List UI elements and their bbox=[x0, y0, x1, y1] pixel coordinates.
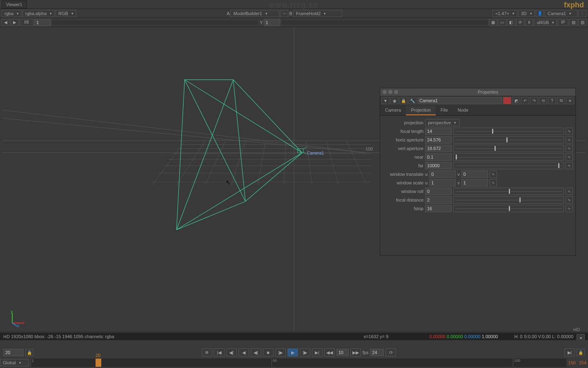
tab-projection[interactable]: Projection bbox=[406, 105, 436, 115]
step-fwd-icon[interactable]: |▶ bbox=[275, 348, 286, 357]
eye-icon[interactable]: ◉ bbox=[390, 97, 399, 104]
loop-icon[interactable]: ⟳ bbox=[385, 348, 396, 357]
dope-bar[interactable] bbox=[0, 340, 588, 348]
wrench-icon[interactable]: 🔧 bbox=[408, 97, 416, 104]
anim-curve-icon[interactable]: ∿ bbox=[566, 196, 573, 204]
anim-curve-icon[interactable]: ∿ bbox=[566, 128, 573, 135]
undo-icon[interactable]: ↶ bbox=[521, 97, 529, 104]
focal-distance-input[interactable] bbox=[425, 196, 452, 204]
lock-out-icon[interactable]: 🔒 bbox=[577, 349, 585, 356]
anim-curve-icon[interactable]: ∿ bbox=[566, 153, 573, 161]
fstop-button[interactable]: f/8 bbox=[20, 19, 33, 26]
goto-last-icon[interactable]: ▶| bbox=[312, 348, 323, 357]
anim-curve-icon[interactable]: ∿ bbox=[566, 162, 573, 169]
timeline-track[interactable]: 20 1 50 100 bbox=[30, 359, 566, 367]
win-translate-u-input[interactable] bbox=[429, 171, 456, 178]
redo-icon[interactable]: ↷ bbox=[530, 97, 538, 104]
global-dropdown[interactable]: Global bbox=[0, 359, 29, 366]
viewer-tab[interactable]: Viewer1 bbox=[2, 0, 27, 9]
colorspace-dropdown[interactable]: sRGB bbox=[534, 19, 557, 26]
collapse-icon[interactable]: ▼ bbox=[381, 97, 390, 104]
anim-curve-icon[interactable]: ∿ bbox=[490, 171, 497, 178]
close-panel-icon[interactable]: ✕ bbox=[566, 97, 574, 104]
focal-length-input[interactable] bbox=[425, 128, 452, 135]
focal-length-slider[interactable] bbox=[453, 128, 564, 135]
float-icon[interactable]: ⧉ bbox=[557, 97, 565, 104]
viewmode-dropdown[interactable]: 3D bbox=[518, 10, 535, 17]
fstop-slider[interactable] bbox=[453, 205, 564, 212]
lock-icon[interactable]: 🔒 bbox=[399, 97, 408, 104]
anim-curve-icon[interactable]: ∿ bbox=[566, 188, 573, 195]
channel-dropdown[interactable]: rgba.alpha bbox=[22, 10, 55, 17]
gain-slider[interactable] bbox=[51, 20, 259, 25]
stop-icon[interactable]: ■ bbox=[263, 348, 274, 357]
far-slider[interactable] bbox=[453, 162, 564, 169]
tab-camera[interactable]: Camera bbox=[380, 105, 406, 115]
frame-in-input[interactable] bbox=[3, 349, 24, 356]
anim-curve-icon[interactable]: ∿ bbox=[566, 205, 573, 212]
near-slider[interactable] bbox=[453, 153, 564, 161]
tab-node[interactable]: Node bbox=[453, 105, 473, 115]
far-input[interactable] bbox=[425, 162, 452, 169]
help-icon[interactable]: ? bbox=[548, 97, 556, 104]
anim-curve-icon[interactable]: ∿ bbox=[490, 179, 497, 186]
play-icon[interactable]: ▶ bbox=[287, 348, 298, 357]
zoom-dropdown[interactable]: ÷1.47× bbox=[492, 10, 517, 17]
layer-dropdown[interactable]: rgba bbox=[2, 10, 22, 17]
axis-gizmo[interactable]: y x z bbox=[8, 311, 24, 327]
color-swatch[interactable] bbox=[503, 97, 511, 104]
skip-back-icon[interactable]: ◀◀ bbox=[324, 348, 335, 357]
prev-key-icon[interactable]: ◀| bbox=[226, 348, 237, 357]
fps-input[interactable] bbox=[370, 349, 384, 356]
tab-file[interactable]: File bbox=[436, 105, 453, 115]
proxy-icon[interactable]: ◧ bbox=[507, 19, 515, 26]
input-b-dropdown[interactable]: FrameHold2 bbox=[293, 10, 342, 17]
step-back-icon[interactable]: ◀| bbox=[251, 348, 261, 357]
horiz-aperture-slider[interactable] bbox=[453, 136, 564, 144]
win-scale-v-input[interactable] bbox=[461, 179, 488, 186]
center-icon[interactable]: ◩ bbox=[512, 97, 520, 104]
swap-inputs-icon[interactable]: ↔ bbox=[280, 10, 288, 17]
vert-aperture-input[interactable] bbox=[425, 145, 452, 152]
gamma-slider[interactable] bbox=[281, 20, 488, 25]
camera-dropdown[interactable]: Camera1 bbox=[545, 10, 577, 17]
next-frame-icon[interactable]: ▶ bbox=[11, 19, 19, 26]
input-a-dropdown[interactable]: ModelBuilder1 bbox=[230, 10, 279, 17]
win-roll-slider[interactable] bbox=[453, 188, 564, 195]
next-key-icon[interactable]: |▶ bbox=[300, 348, 310, 357]
revert-icon[interactable]: ⟲ bbox=[539, 97, 547, 104]
node-name-input[interactable] bbox=[417, 97, 502, 104]
ip-button[interactable]: IP bbox=[558, 19, 568, 26]
skip-fwd-icon[interactable]: ▶▶ bbox=[350, 348, 361, 357]
snowflake-icon[interactable]: ❄ bbox=[202, 348, 212, 357]
play-back-icon[interactable]: ◀ bbox=[238, 348, 249, 357]
refresh-icon[interactable]: ⟳ bbox=[516, 19, 524, 26]
step-input[interactable] bbox=[336, 349, 349, 356]
lock-in-icon[interactable]: 🔒 bbox=[25, 349, 33, 356]
win-translate-v-input[interactable] bbox=[461, 171, 488, 178]
near-input[interactable] bbox=[425, 153, 452, 161]
focal-distance-slider[interactable] bbox=[453, 196, 564, 204]
pause-icon[interactable]: ⏸ bbox=[525, 19, 533, 26]
win-roll-input[interactable] bbox=[425, 188, 452, 195]
prev-frame-icon[interactable]: ◀ bbox=[2, 19, 10, 26]
clip-icon[interactable]: ▨ bbox=[569, 19, 577, 26]
goto-first-icon[interactable]: |◀ bbox=[214, 348, 225, 357]
horiz-aperture-input[interactable] bbox=[425, 136, 452, 144]
anim-curve-icon[interactable]: ∿ bbox=[566, 145, 573, 152]
window-traffic-lights[interactable] bbox=[380, 88, 401, 96]
projection-dropdown[interactable]: perspective bbox=[425, 119, 460, 126]
stripe-icon[interactable]: ▧ bbox=[578, 19, 586, 26]
view-options-icon[interactable]: ⋮ bbox=[578, 10, 586, 17]
win-scale-u-input[interactable] bbox=[429, 179, 456, 186]
mode-dropdown[interactable]: RGB bbox=[56, 10, 76, 17]
playhead[interactable]: 20 bbox=[96, 359, 101, 367]
gamma-input[interactable] bbox=[264, 19, 280, 26]
overlay-icon[interactable]: ▦ bbox=[489, 19, 497, 26]
roi-icon[interactable]: ▭ bbox=[498, 19, 506, 26]
vert-aperture-slider[interactable] bbox=[453, 145, 564, 152]
anim-curve-icon[interactable]: ∿ bbox=[566, 136, 573, 144]
fstop-input[interactable] bbox=[425, 205, 452, 212]
frame-input[interactable] bbox=[34, 19, 51, 26]
lock-camera-icon[interactable]: 👤 bbox=[536, 10, 544, 17]
